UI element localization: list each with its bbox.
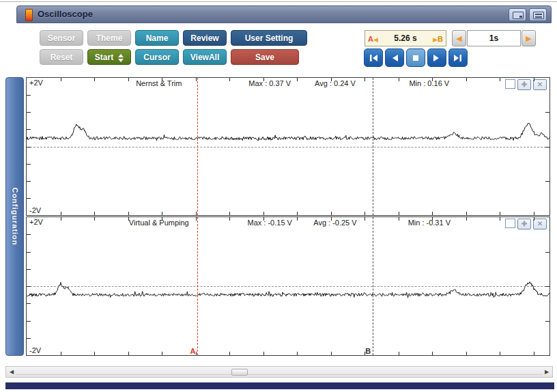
cursor-a-bottom-label: A	[190, 347, 196, 355]
channel1-avg-stat: Avg : 0.24 V	[315, 79, 356, 87]
cursor-a-line[interactable]	[197, 78, 198, 215]
start-button[interactable]: Start	[87, 49, 131, 65]
channel2-min-stat: Min : -0.31 V	[408, 219, 451, 227]
cursor-delta-readout: A◀ 5.26 s ▶B	[365, 30, 446, 46]
window-bottom-frame	[5, 382, 554, 389]
oscilloscope-app-icon	[25, 9, 33, 21]
name-button[interactable]: Name	[135, 30, 179, 46]
cursor-b-bottom-label: B	[365, 347, 371, 355]
channel2-plot: A B +2V -2V Virtual & Pumping Max : -0.1…	[26, 216, 550, 356]
window-title: Oscilloscope	[38, 9, 93, 19]
channel1-max-stat: Max : 0.37 V	[248, 79, 291, 87]
scroll-left-icon[interactable]: ◀	[8, 368, 16, 376]
channel1-bottom-volt-label: -2V	[29, 206, 41, 214]
window-switch-icon	[513, 12, 524, 19]
horizontal-scrollbar[interactable]: ◀ ▶	[5, 366, 553, 378]
cursor-b-label: B	[438, 35, 443, 43]
theme-button[interactable]: Theme	[87, 30, 131, 46]
channel2-zero-line	[27, 286, 549, 287]
channel2-checkbox[interactable]	[505, 219, 515, 228]
cursor-a-line[interactable]	[197, 217, 198, 355]
cursor-a-label: A	[368, 35, 373, 43]
viewall-button[interactable]: ViewAll	[183, 49, 227, 65]
window-minmax-icon	[533, 12, 544, 19]
step-back-icon	[390, 55, 399, 61]
channel2-avg-stat: Avg : -0.25 V	[313, 219, 356, 227]
scrollbar-thumb[interactable]	[231, 369, 248, 376]
oscilloscope-app: Oscilloscope Sensor Theme Name Review Us…	[0, 0, 557, 392]
channel2-title: Virtual & Pumping	[129, 219, 189, 227]
channel1-zero-line	[27, 147, 549, 148]
user-setting-button[interactable]: User Setting	[231, 30, 307, 46]
window-switch-button[interactable]	[509, 8, 526, 21]
channel1-min-stat: Min : 0.16 V	[409, 79, 449, 87]
configuration-tab[interactable]: Configuration	[5, 77, 24, 356]
title-bar: Oscilloscope	[16, 5, 552, 23]
channel1-checkbox[interactable]	[505, 79, 515, 89]
left-arrow-icon: ◀	[373, 36, 378, 43]
channel1-plot: +2V -2V Nernst & Trim Max : 0.37 V Avg :…	[26, 77, 550, 216]
channel1-title: Nernst & Trim	[136, 79, 182, 87]
sensor-button[interactable]: Sensor	[40, 30, 83, 46]
channel2-bottom-volt-label: -2V	[29, 346, 41, 354]
channel2-top-volt-label: +2V	[29, 218, 43, 226]
skip-to-end-icon	[453, 55, 463, 61]
top-frame-line	[0, 1, 557, 2]
skip-to-start-button[interactable]	[364, 48, 383, 67]
window-minmax-button[interactable]	[529, 8, 547, 21]
reset-button[interactable]: Reset	[40, 49, 83, 65]
channel2-max-stat: Max : -0.15 V	[247, 219, 291, 227]
channel2-move-button[interactable]: ✚	[517, 219, 531, 229]
channel1-close-button[interactable]: ✕	[533, 79, 547, 90]
step-forward-icon	[433, 55, 441, 61]
updown-arrows-icon	[118, 54, 124, 62]
channel2-close-button[interactable]: ✕	[533, 219, 547, 229]
stop-icon	[412, 55, 419, 61]
skip-to-end-button[interactable]	[448, 48, 468, 67]
step-back-button[interactable]	[385, 48, 404, 67]
cursor-b-line[interactable]	[373, 217, 373, 355]
scroll-right-icon[interactable]: ▶	[543, 368, 551, 376]
start-button-label: Start	[95, 53, 113, 62]
timebase-decrease-button[interactable]: ◀	[452, 30, 466, 46]
timebase-increase-button[interactable]: ▶	[522, 30, 536, 46]
step-forward-button[interactable]	[427, 48, 446, 67]
configuration-tab-label: Configuration	[11, 187, 19, 245]
cursor-button[interactable]: Cursor	[135, 49, 179, 65]
cursor-b-line[interactable]	[373, 78, 373, 215]
save-button[interactable]: Save	[231, 49, 299, 65]
timebase-field[interactable]: 1s	[467, 30, 521, 46]
channel1-top-volt-label: +2V	[29, 79, 43, 87]
cursor-delta-value: 5.26 s	[394, 33, 416, 43]
channel1-move-button[interactable]: ✚	[517, 79, 531, 90]
stop-button[interactable]	[406, 48, 425, 67]
right-arrow-icon: ▶	[433, 36, 438, 43]
skip-to-start-icon	[369, 55, 378, 61]
review-button[interactable]: Review	[183, 30, 227, 46]
